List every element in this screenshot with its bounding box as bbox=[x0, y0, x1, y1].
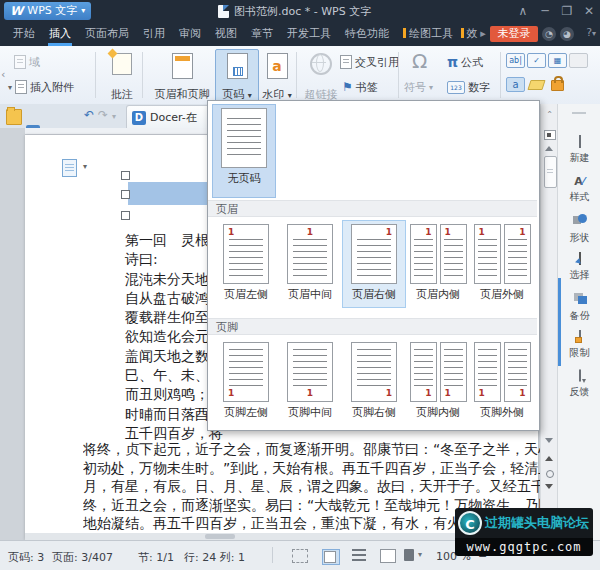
selection-handle[interactable] bbox=[121, 171, 130, 180]
tab-dev-tools[interactable]: 开发工具 bbox=[280, 22, 338, 46]
toolbar-more-icon[interactable]: ▾ bbox=[112, 112, 116, 121]
option-footer-left[interactable]: 1 页脚左侧 bbox=[214, 338, 278, 426]
option-header-right[interactable]: 1 页眉右侧 bbox=[342, 220, 406, 308]
page-thumbnail: 1 bbox=[215, 342, 277, 402]
watermark-button[interactable]: a 水印 ▾ bbox=[255, 49, 299, 104]
status-pages: 页面: 3/407 bbox=[52, 550, 113, 565]
sidebar-item-shapes[interactable]: 形状 bbox=[558, 214, 600, 245]
help-button[interactable]: ?▾ bbox=[586, 26, 596, 39]
horizontal-scroll-thumb[interactable] bbox=[205, 534, 235, 539]
tab-drawing-tools[interactable]: 绘图工具 bbox=[396, 22, 460, 46]
insert-attachment-button[interactable]: ▾ 插入附件 bbox=[8, 77, 74, 97]
embedded-object-icon[interactable] bbox=[62, 159, 77, 177]
watermark-url: www.gqgtpc.com bbox=[455, 538, 593, 556]
vertical-scroll-thumb[interactable] bbox=[544, 156, 557, 188]
docer-logo-icon: D bbox=[132, 111, 146, 125]
ribbon-insert: ‹ 域 ▾ 插入附件 批注 页眉和页脚 页码 ▾ a 水印 ▾ bbox=[0, 46, 600, 105]
update-icon[interactable]: ◕ bbox=[560, 27, 574, 41]
sidebar-item-feedback[interactable]: 反馈 bbox=[558, 370, 600, 399]
page-number-digit: 1 bbox=[445, 228, 451, 237]
sidebar-item-backup[interactable]: 备份 bbox=[558, 292, 600, 323]
tab-page-layout[interactable]: 页面布局 bbox=[78, 22, 136, 46]
checkbox-control-icon[interactable]: ✓ bbox=[527, 53, 546, 68]
wps-menu-button[interactable]: W WPS 文字 ▾ bbox=[4, 2, 91, 20]
sidebar-item-styles[interactable]: A⁄ 样式 bbox=[558, 175, 600, 204]
selection-handle[interactable] bbox=[121, 211, 130, 220]
browse-object-icon[interactable] bbox=[546, 470, 554, 478]
header-footer-button[interactable]: 页眉和页脚 bbox=[146, 49, 218, 104]
ribbon-back-icon[interactable]: ‹ bbox=[1, 68, 5, 81]
tab-references[interactable]: 引用 bbox=[136, 22, 172, 46]
message-icon[interactable]: ◔ bbox=[542, 27, 556, 41]
hyperlink-button: 超链接 bbox=[299, 49, 343, 104]
scroll-up-icon[interactable] bbox=[545, 146, 553, 151]
previous-page-icon[interactable] bbox=[545, 456, 553, 461]
fullscreen-icon[interactable] bbox=[404, 549, 414, 561]
symbol-button: 符号 ▾ bbox=[404, 77, 433, 97]
outline-view-icon[interactable] bbox=[352, 549, 366, 561]
sidebar-item-new[interactable]: 新建 bbox=[558, 136, 600, 165]
tab-start[interactable]: 开始 bbox=[6, 22, 42, 46]
selection-mode-icon[interactable] bbox=[292, 549, 308, 563]
close-button[interactable]: ✕ bbox=[578, 0, 600, 22]
page-view-icon[interactable] bbox=[322, 549, 340, 565]
number-button[interactable]: 123 数字 bbox=[447, 77, 490, 97]
combo-box-control-icon[interactable]: ▦ bbox=[548, 53, 567, 68]
minimize-button[interactable]: ─ bbox=[534, 0, 556, 22]
option-header-center[interactable]: 1 页眉中间 bbox=[278, 220, 342, 308]
option-footer-outside[interactable]: 1 1 页脚外侧 bbox=[470, 338, 534, 426]
watermark-banner: C 过期罐头电脑论坛 bbox=[455, 508, 593, 538]
collapse-window-button[interactable]: ∧ bbox=[512, 0, 534, 22]
ribbon-collapse-icon[interactable]: ⌃ bbox=[544, 110, 555, 119]
design-mode-icon[interactable]: a bbox=[506, 77, 525, 92]
attachment-icon bbox=[15, 80, 27, 94]
tab-effects[interactable]: 效果 bbox=[460, 22, 478, 46]
maximize-button[interactable]: ❐ bbox=[556, 0, 578, 22]
sidebar-item-restrict[interactable]: 限制 bbox=[558, 331, 600, 360]
page-thumbnail: 1 bbox=[343, 342, 405, 402]
login-button[interactable]: 未登录 bbox=[490, 26, 538, 42]
option-header-left[interactable]: 1 页眉左侧 bbox=[214, 220, 278, 308]
tab-special-features[interactable]: 特色功能 bbox=[338, 22, 396, 46]
ribbon-tab-bar: 开始 插入 页面布局 引用 审阅 视图 章节 开发工具 特色功能 绘图工具 效果… bbox=[0, 22, 600, 46]
page-number-button[interactable]: 页码 ▾ bbox=[215, 49, 259, 104]
undo-icon[interactable]: ↶ bbox=[84, 108, 94, 122]
option-header-inside[interactable]: 1 1 页眉内侧 bbox=[406, 220, 470, 308]
open-icon[interactable] bbox=[6, 109, 22, 125]
more-tabs-icon[interactable]: ▸ bbox=[478, 22, 488, 46]
tab-review[interactable]: 审阅 bbox=[172, 22, 208, 46]
chevron-down-icon[interactable]: ▾ bbox=[418, 550, 422, 559]
sidebar-handle[interactable] bbox=[572, 112, 586, 114]
cross-reference-button[interactable]: 交叉引用 bbox=[340, 52, 399, 72]
option-footer-right[interactable]: 1 页脚右侧 bbox=[342, 338, 406, 426]
option-header-outside[interactable]: 1 1 页眉外侧 bbox=[470, 220, 534, 308]
vertical-scrollbar[interactable]: ⌃ bbox=[540, 104, 558, 540]
shapes-icon bbox=[573, 214, 587, 227]
option-footer-inside[interactable]: 1 1 页脚内侧 bbox=[406, 338, 470, 426]
text-box-control-icon[interactable]: ab| bbox=[506, 53, 525, 68]
tab-view[interactable]: 视图 bbox=[208, 22, 244, 46]
sidebar-indicator bbox=[558, 278, 561, 366]
navigation-pane-icon[interactable] bbox=[544, 130, 556, 140]
eraser-icon[interactable] bbox=[527, 80, 545, 90]
formula-button[interactable]: π 公式 bbox=[447, 52, 483, 72]
web-view-icon[interactable] bbox=[380, 549, 396, 563]
tab-insert[interactable]: 插入 bbox=[42, 22, 78, 46]
chevron-down-icon: ▾ bbox=[288, 91, 292, 100]
selection-handle[interactable] bbox=[121, 190, 130, 199]
bookmark-button[interactable]: ⚑ 书签 bbox=[342, 77, 378, 97]
option-no-page-number[interactable]: 无页码 bbox=[212, 104, 276, 198]
lock-icon[interactable] bbox=[551, 80, 564, 91]
option-footer-center[interactable]: 1 页脚中间 bbox=[278, 338, 342, 426]
header-section-title: 页眉 bbox=[208, 200, 537, 217]
task-sidebar: 新建 A⁄ 样式 形状 选择 备份 限制 反馈 bbox=[557, 104, 600, 540]
status-page-number: 页码: 3 bbox=[8, 550, 44, 565]
tab-section[interactable]: 章节 bbox=[244, 22, 280, 46]
page-thumbnail bbox=[213, 108, 275, 168]
watermark-icon: a bbox=[267, 53, 288, 79]
chevron-down-icon[interactable]: ▾ bbox=[83, 162, 87, 171]
next-page-icon[interactable] bbox=[545, 484, 553, 489]
sidebar-item-select[interactable]: 选择 bbox=[558, 253, 600, 282]
scroll-down-icon[interactable] bbox=[545, 438, 553, 443]
comment-button[interactable]: 批注 bbox=[99, 49, 145, 104]
